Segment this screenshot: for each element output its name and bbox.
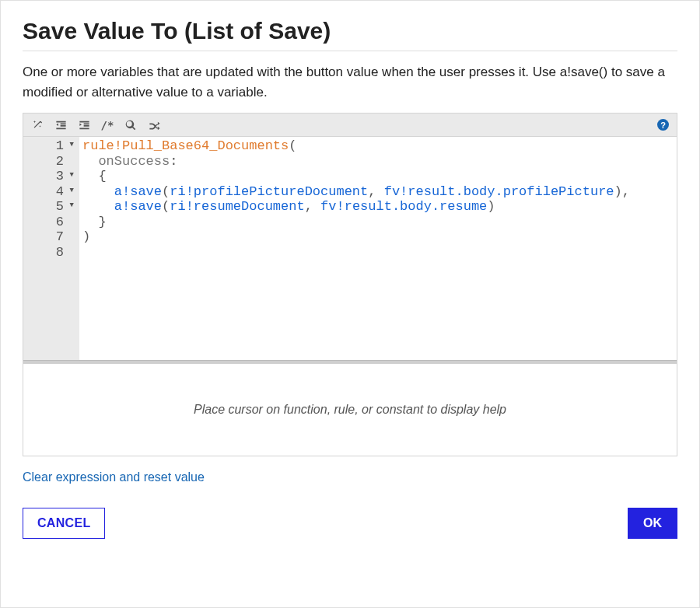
code-line: rule!Pull_Base64_Documents( xyxy=(82,138,677,154)
clear-expression-link[interactable]: Clear expression and reset value xyxy=(23,470,205,484)
help-icon[interactable]: ? xyxy=(657,119,669,131)
line-gutter: 1▼23▼4▼5▼678 xyxy=(23,137,79,360)
code-line: ) xyxy=(82,229,677,245)
editor-toolbar: /* ? xyxy=(23,114,677,137)
line-number: 6 xyxy=(23,215,75,230)
help-hint-text: Place cursor on function, rule, or const… xyxy=(194,403,506,417)
dialog-button-row: CANCEL OK xyxy=(23,508,677,539)
indent-icon[interactable] xyxy=(78,119,90,131)
code-line xyxy=(82,245,677,260)
outdent-icon[interactable] xyxy=(54,119,67,131)
code-line: { xyxy=(82,169,677,184)
code-line: a!save(ri!profilePictureDocument, fv!res… xyxy=(82,184,677,200)
fold-marker-icon[interactable]: ▼ xyxy=(70,171,74,179)
line-number: 3▼ xyxy=(23,169,75,184)
line-number: 2 xyxy=(23,154,75,169)
search-icon[interactable] xyxy=(124,119,137,131)
magic-wand-icon[interactable] xyxy=(31,119,44,131)
expression-editor: /* ? 1▼23▼4▼5▼678 rule!Pull_Base64_Docum… xyxy=(23,113,677,456)
shuffle-icon[interactable] xyxy=(148,119,160,131)
ok-button[interactable]: OK xyxy=(628,508,677,539)
dialog-description: One or more variables that are updated w… xyxy=(23,62,677,102)
line-number: 5▼ xyxy=(23,199,75,215)
code-line: a!save(ri!resumeDocument, fv!result.body… xyxy=(82,199,677,215)
code-line: onSuccess: xyxy=(82,154,677,169)
line-number: 4▼ xyxy=(23,184,75,200)
code-line: } xyxy=(82,215,677,230)
line-number: 7 xyxy=(23,229,75,245)
fold-marker-icon[interactable]: ▼ xyxy=(70,201,74,209)
fold-marker-icon[interactable]: ▼ xyxy=(70,141,74,149)
editor-body[interactable]: 1▼23▼4▼5▼678 rule!Pull_Base64_Documents(… xyxy=(23,137,677,360)
fold-marker-icon[interactable]: ▼ xyxy=(70,187,74,194)
line-number: 1▼ xyxy=(23,138,75,154)
line-number: 8 xyxy=(23,245,75,260)
cancel-button[interactable]: CANCEL xyxy=(23,508,105,539)
comment-icon[interactable]: /* xyxy=(101,119,114,131)
dialog-title: Save Value To (List of Save) xyxy=(23,18,677,51)
help-hint-area: Place cursor on function, rule, or const… xyxy=(23,364,677,456)
code-area[interactable]: rule!Pull_Base64_Documents( onSuccess: {… xyxy=(79,137,677,360)
